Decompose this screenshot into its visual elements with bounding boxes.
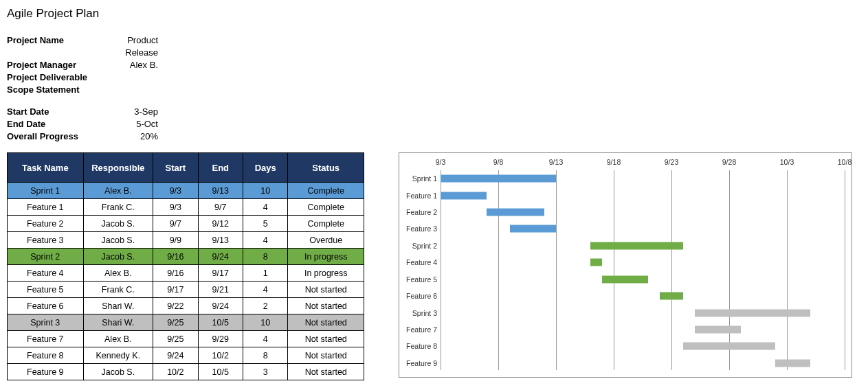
table-cell: 10/5 — [198, 364, 243, 380]
gantt-bar — [660, 292, 683, 300]
table-cell: Feature 8 — [8, 347, 84, 364]
table-cell: 9/16 — [153, 265, 198, 282]
gantt-tick-label: 9/13 — [549, 158, 563, 166]
gantt-row-label: Feature 3 — [399, 225, 437, 233]
gantt-bar — [441, 175, 556, 183]
meta-row: End Date5-Oct — [7, 118, 861, 130]
table-cell: 4 — [243, 199, 287, 216]
table-cell: 9/9 — [153, 232, 198, 249]
gantt-tick-label: 9/3 — [436, 158, 446, 166]
table-cell: Jacob S. — [83, 216, 153, 232]
gantt-gridline — [556, 170, 557, 370]
table-row: Feature 8Kennedy K.9/2410/28Not started — [8, 347, 364, 364]
column-header: End — [198, 153, 243, 183]
table-cell: 3 — [243, 364, 287, 380]
gantt-tick-label: 10/3 — [780, 158, 794, 166]
gantt-bar — [487, 209, 544, 216]
table-cell: 9/12 — [198, 216, 243, 232]
gantt-row-label: Feature 7 — [399, 325, 437, 334]
meta-label: Overall Progress — [7, 130, 96, 143]
table-cell: Not started — [288, 298, 364, 314]
gantt-bar — [683, 343, 775, 350]
meta-label: Scope Statement — [7, 84, 96, 96]
gantt-tick-label: 9/23 — [665, 158, 678, 166]
meta-value: Alex B. — [96, 59, 158, 71]
meta-row: Project Deliverable — [7, 71, 861, 84]
table-cell: Shari W. — [83, 314, 153, 331]
gantt-bar — [695, 325, 741, 333]
gantt-row-label: Feature 2 — [399, 208, 437, 216]
table-cell: 9/7 — [198, 199, 243, 216]
meta-value: 20% — [96, 130, 158, 143]
table-cell: Feature 2 — [8, 216, 84, 232]
table-cell: Frank C. — [83, 282, 153, 298]
meta-label: Project Name — [7, 34, 96, 59]
table-cell: Shari W. — [83, 298, 153, 314]
table-cell: Feature 9 — [8, 364, 84, 380]
table-cell: 9/24 — [198, 249, 243, 265]
table-cell: 9/3 — [153, 199, 198, 216]
table-row: Feature 7Alex B.9/259/294Not started — [8, 331, 364, 347]
meta-value — [96, 71, 158, 84]
gantt-row-label: Feature 9 — [399, 359, 437, 367]
table-cell: Feature 3 — [8, 232, 84, 249]
table-row: Feature 9Jacob S.10/210/53Not started — [8, 364, 364, 380]
table-cell: Alex B. — [83, 265, 153, 282]
meta-label: End Date — [7, 118, 96, 130]
gantt-tick-label: 9/28 — [722, 158, 736, 166]
table-cell: Not started — [288, 347, 364, 364]
table-cell: Overdue — [288, 232, 364, 249]
table-cell: 9/17 — [153, 282, 198, 298]
table-cell: 4 — [243, 282, 287, 298]
table-cell: Alex B. — [83, 331, 153, 347]
table-cell: 8 — [243, 249, 287, 265]
table-row: Feature 3Jacob S.9/99/134Overdue — [8, 232, 364, 249]
table-cell: 1 — [243, 265, 287, 282]
gantt-gridline — [614, 170, 614, 370]
table-cell: 9/29 — [198, 331, 243, 347]
meta-label: Project Deliverable — [7, 71, 96, 84]
project-meta-block-2: Start Date3-SepEnd Date5-OctOverall Prog… — [7, 106, 861, 143]
gantt-gridline — [729, 170, 730, 370]
gantt-tick-label: 9/18 — [607, 158, 621, 166]
gantt-gridline — [845, 170, 845, 370]
table-cell: Not started — [288, 364, 364, 380]
table-cell: 9/24 — [198, 298, 243, 314]
gantt-bar — [510, 225, 556, 233]
table-cell: 9/25 — [153, 331, 198, 347]
gantt-row-label: Feature 6 — [399, 292, 437, 300]
gantt-row-label: Feature 5 — [399, 275, 437, 284]
table-cell: 9/21 — [198, 282, 243, 298]
table-row: Feature 5Frank C.9/179/214Not started — [8, 282, 364, 298]
gantt-gridline — [441, 170, 441, 370]
table-cell: 5 — [243, 216, 287, 232]
table-cell: 4 — [243, 232, 287, 249]
table-cell: In progress — [288, 265, 364, 282]
gantt-bar — [590, 242, 682, 249]
gantt-gridline — [787, 170, 788, 370]
table-cell: Alex B. — [83, 183, 153, 199]
gantt-bar — [441, 192, 487, 199]
table-cell: Sprint 1 — [8, 183, 84, 199]
table-cell: 10/2 — [153, 364, 198, 380]
column-header: Start — [153, 153, 198, 183]
table-row: Sprint 3Shari W.9/2510/510Not started — [8, 314, 364, 331]
table-cell: Feature 1 — [8, 199, 84, 216]
gantt-row-label: Sprint 2 — [399, 242, 437, 250]
table-cell: 4 — [243, 331, 287, 347]
table-cell: Complete — [288, 199, 364, 216]
table-cell: Jacob S. — [83, 232, 153, 249]
table-cell: Feature 6 — [8, 298, 84, 314]
gantt-bar — [695, 309, 810, 317]
table-row: Feature 6Shari W.9/229/242Not started — [8, 298, 364, 314]
table-header-row: Task NameResponsibleStartEndDaysStatus — [8, 153, 364, 183]
project-meta-block-1: Project NameProduct ReleaseProject Manag… — [7, 34, 861, 96]
table-cell: 2 — [243, 298, 287, 314]
meta-value: Product Release — [96, 34, 158, 59]
meta-row: Project ManagerAlex B. — [7, 59, 861, 71]
meta-label: Project Manager — [7, 59, 96, 71]
gantt-chart: Sprint 1Feature 1Feature 2Feature 3Sprin… — [399, 152, 852, 378]
meta-row: Project NameProduct Release — [7, 34, 861, 59]
page-title: Agile Project Plan — [7, 7, 861, 21]
table-cell: 9/13 — [198, 183, 243, 199]
